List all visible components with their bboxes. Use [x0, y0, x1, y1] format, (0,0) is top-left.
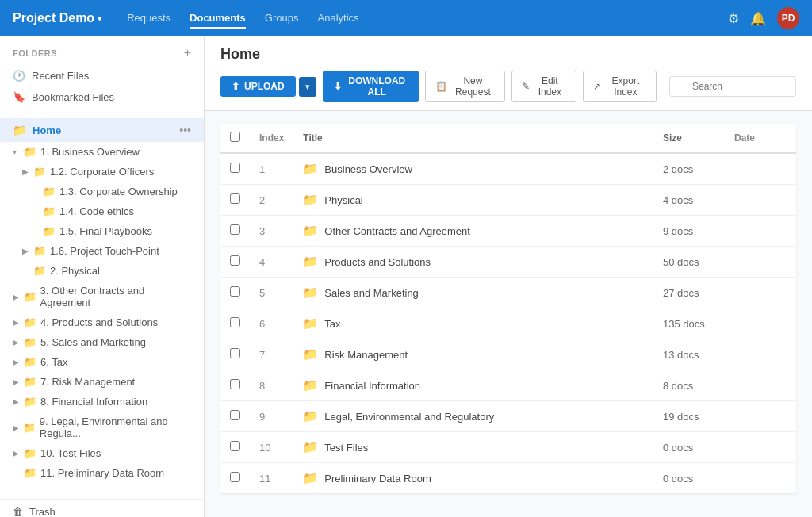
topnav-icons: ⚙ 🔔 PD: [728, 7, 799, 29]
row-title[interactable]: 📁Preliminary Data Room: [293, 463, 653, 494]
sidebar-item-corporate-officers[interactable]: ▶ 📁 1.2. Corporate Officers: [0, 162, 204, 182]
sidebar-item-project-touchpoint[interactable]: ▶ 📁 1.6. Project Touch-Point: [0, 241, 204, 261]
sidebar-item-sales-marketing[interactable]: ▶ 📁 5. Sales and Marketing: [0, 332, 204, 352]
folder-icon: 📁: [33, 265, 46, 277]
notifications-icon[interactable]: 🔔: [750, 11, 766, 26]
row-checkbox[interactable]: [230, 410, 240, 420]
table-row: 7 📁Risk Management 13 docs: [220, 339, 796, 370]
table-row: 6 📁Tax 135 docs: [220, 308, 796, 339]
avatar[interactable]: PD: [777, 7, 799, 29]
folder-icon: 📁: [24, 396, 36, 408]
sidebar-item-final-playbooks[interactable]: ▶ 📁 1.5. Final Playbooks: [0, 221, 204, 241]
tree-label: 3. Other Contracts and Agreement: [40, 285, 191, 308]
upload-dropdown-button[interactable]: ▾: [299, 77, 316, 97]
row-index: 2: [250, 185, 293, 216]
folder-icon: 📁: [24, 316, 36, 328]
edit-index-button[interactable]: ✎ Edit Index: [511, 71, 576, 102]
sidebar-item-trash[interactable]: 🗑 Trash: [0, 499, 204, 517]
row-checkbox-cell: [220, 401, 250, 432]
row-size: 50 docs: [653, 247, 725, 278]
row-date: [725, 247, 796, 278]
row-title[interactable]: 📁Financial Information: [293, 370, 653, 401]
row-checkbox[interactable]: [230, 348, 240, 358]
row-checkbox[interactable]: [230, 163, 240, 173]
nav-analytics[interactable]: Analytics: [318, 9, 359, 29]
sidebar-item-products-solutions[interactable]: ▶ 📁 4. Products and Solutions: [0, 312, 204, 332]
row-title[interactable]: 📁Business Overview: [293, 153, 653, 185]
page-title: Home: [220, 46, 796, 63]
tree-label: 11. Preliminary Data Room: [40, 467, 164, 479]
new-request-button[interactable]: 📋 New Request: [425, 71, 505, 102]
select-all-checkbox[interactable]: [230, 132, 240, 142]
sidebar-item-test-files[interactable]: ▶ 📁 10. Test Files: [0, 443, 204, 463]
new-request-icon: 📋: [435, 81, 447, 92]
row-title[interactable]: 📁Risk Management: [293, 339, 653, 370]
row-checkbox-cell: [220, 308, 250, 339]
chevron-right-icon: ▶: [13, 318, 21, 327]
row-checkbox[interactable]: [230, 255, 240, 266]
chevron-right-icon: ▶: [22, 247, 30, 255]
add-folder-button[interactable]: +: [184, 46, 191, 60]
nav-documents[interactable]: Documents: [190, 9, 246, 29]
folder-icon: 📁: [43, 186, 56, 197]
upload-icon: ⬆: [232, 81, 239, 92]
sidebar-item-tax[interactable]: ▶ 📁 6. Tax: [0, 352, 204, 372]
row-checkbox[interactable]: [230, 193, 240, 204]
row-checkbox[interactable]: [230, 472, 240, 482]
sidebar-item-other-contracts[interactable]: ▶ 📁 3. Other Contracts and Agreement: [0, 281, 204, 312]
sidebar-item-recent[interactable]: 🕐 Recent Files: [0, 65, 204, 86]
row-title[interactable]: 📁Products and Solutions: [293, 247, 653, 278]
sidebar-item-preliminary-data[interactable]: ▶ 📁 11. Preliminary Data Room: [0, 463, 204, 483]
row-checkbox[interactable]: [230, 224, 240, 235]
brand-chevron: ▾: [98, 14, 102, 23]
sidebar-item-code-ethics[interactable]: ▶ 📁 1.4. Code ethics: [0, 201, 204, 221]
sidebar-item-physical[interactable]: ▶ 📁 2. Physical: [0, 261, 204, 281]
brand-logo[interactable]: Project Demo ▾: [13, 11, 102, 25]
row-title[interactable]: 📁Sales and Marketing: [293, 278, 653, 308]
row-index: 6: [250, 308, 293, 339]
upload-label: UPLOAD: [244, 81, 285, 92]
row-title[interactable]: 📁Legal, Environmental and Regulatory: [293, 401, 653, 432]
row-checkbox[interactable]: [230, 441, 240, 451]
row-title[interactable]: 📁Physical: [293, 185, 653, 216]
row-date: [725, 401, 796, 432]
row-checkbox-cell: [220, 247, 250, 278]
row-checkbox-cell: [220, 278, 250, 308]
sidebar-item-home[interactable]: 📁 Home •••: [0, 118, 204, 142]
nav-requests[interactable]: Requests: [127, 9, 170, 29]
row-title[interactable]: 📁Tax: [293, 308, 653, 339]
table-row: 5 📁Sales and Marketing 27 docs: [220, 278, 796, 308]
home-options-icon[interactable]: •••: [179, 124, 191, 136]
folder-icon: 📁: [24, 336, 36, 348]
sidebar-item-bookmarked[interactable]: 🔖 Bookmarked Files: [0, 86, 204, 108]
folder-icon: 📁: [303, 255, 318, 268]
new-request-label: New Request: [451, 75, 495, 98]
sidebar-divider: [0, 113, 204, 113]
nav-groups[interactable]: Groups: [265, 9, 299, 29]
search-input[interactable]: [669, 76, 796, 97]
table-row: 8 📁Financial Information 8 docs: [220, 370, 796, 401]
tree-label: 1. Business Overview: [40, 146, 140, 158]
row-checkbox-cell: [220, 370, 250, 401]
sidebar-item-corporate-ownership[interactable]: ▶ 📁 1.3. Corporate Ownership: [0, 182, 204, 201]
export-index-button[interactable]: ↗ Export Index: [583, 71, 657, 102]
row-checkbox[interactable]: [230, 286, 240, 297]
tree-label: 1.2. Corporate Officers: [50, 166, 154, 178]
row-checkbox[interactable]: [230, 317, 240, 327]
sidebar-item-risk-management[interactable]: ▶ 📁 7. Risk Management: [0, 372, 204, 392]
settings-icon[interactable]: ⚙: [728, 11, 739, 26]
upload-button[interactable]: ⬆ UPLOAD: [220, 76, 296, 97]
download-all-button[interactable]: ⬇ DOWNLOAD ALL: [323, 71, 419, 102]
folder-icon: 📁: [303, 471, 318, 484]
folders-section-header: FOLDERS +: [0, 36, 204, 65]
row-title[interactable]: 📁Other Contracts and Agreement: [293, 216, 653, 247]
row-checkbox[interactable]: [230, 379, 240, 389]
folder-icon: 📁: [33, 166, 46, 178]
row-title[interactable]: 📁Test Files: [293, 432, 653, 463]
top-navigation: Project Demo ▾ Requests Documents Groups…: [0, 0, 812, 36]
folder-icon: 📁: [303, 440, 318, 454]
row-index: 11: [250, 463, 293, 494]
sidebar-item-legal[interactable]: ▶ 📁 9. Legal, Environmental and Regula..…: [0, 412, 204, 443]
sidebar-item-financial-information[interactable]: ▶ 📁 8. Financial Information: [0, 392, 204, 412]
sidebar-item-business-overview[interactable]: ▾ 📁 1. Business Overview: [0, 142, 204, 162]
